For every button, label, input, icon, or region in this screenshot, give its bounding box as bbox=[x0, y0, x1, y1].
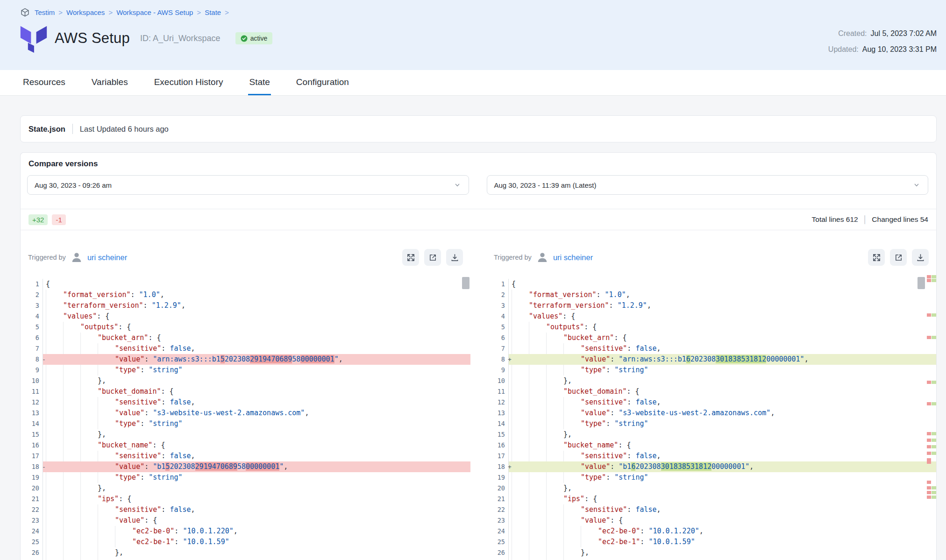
code-text: "type": [ bbox=[509, 558, 936, 560]
scrollbar-thumb[interactable] bbox=[918, 277, 925, 289]
download-icon bbox=[450, 253, 459, 262]
line-number-gutter: 23 bbox=[21, 515, 43, 526]
line-number-gutter: 19 bbox=[21, 472, 43, 483]
code-line: 15}, bbox=[21, 429, 470, 440]
divider: │ bbox=[863, 215, 868, 223]
state-last-updated: Last Updated 6 hours ago bbox=[80, 125, 169, 134]
main-content: State.json Last Updated 6 hours ago Comp… bbox=[0, 96, 946, 560]
breadcrumb-separator: > bbox=[108, 8, 113, 16]
breadcrumb-separator: > bbox=[197, 8, 201, 16]
tab-execution-history[interactable]: Execution History bbox=[153, 70, 224, 95]
chevron-down-icon bbox=[912, 181, 921, 189]
tab-variables[interactable]: Variables bbox=[91, 70, 129, 95]
line-number-gutter: 16 bbox=[486, 440, 509, 451]
code-text: "ips": { bbox=[43, 494, 470, 504]
code-line: 3"terraform_version": "1.2.9", bbox=[486, 300, 936, 311]
code-text: { bbox=[43, 279, 470, 290]
code-text: "bucket_domain": { bbox=[43, 386, 470, 397]
triggered-by-user-link[interactable]: uri scheiner bbox=[87, 253, 127, 262]
line-number-gutter: 12 bbox=[486, 397, 509, 408]
terraform-logo bbox=[20, 24, 47, 53]
code-line: 11"bucket_domain": { bbox=[21, 386, 470, 397]
line-number-gutter: 6 bbox=[486, 333, 509, 343]
code-line: 27"type": [ bbox=[486, 558, 936, 560]
line-number-gutter: 7 bbox=[21, 343, 43, 354]
code-line: 2"format_version": "1.0", bbox=[486, 290, 936, 300]
breadcrumb-link-testim[interactable]: Testim bbox=[35, 8, 55, 16]
code-line: 9"type": "string" bbox=[21, 365, 470, 376]
changed-lines: Changed lines 54 bbox=[872, 215, 928, 223]
code-text: "sensitive": false, bbox=[509, 343, 936, 354]
download-button[interactable] bbox=[912, 249, 929, 266]
line-number-gutter: 25 bbox=[21, 537, 43, 547]
tab-state[interactable]: State bbox=[248, 70, 270, 95]
line-number-gutter: 7 bbox=[486, 343, 509, 354]
version-select-left-value: Aug 30, 2023 - 09:26 am bbox=[35, 181, 112, 189]
compare-versions-title: Compare versions bbox=[28, 159, 936, 169]
code-lines: 1{2"format_version": "1.0",3"terraform_v… bbox=[21, 272, 470, 560]
code-text: "sensitive": false, bbox=[43, 504, 470, 515]
page-title: AWS Setup bbox=[55, 30, 130, 47]
page: Testim>Workspaces>Workspace - AWS Setup>… bbox=[0, 0, 946, 560]
triggered-by-user-link[interactable]: uri scheiner bbox=[553, 253, 593, 262]
breadcrumb-link-workspace-aws-setup[interactable]: Workspace - AWS Setup bbox=[116, 8, 193, 16]
code-line: 16"bucket_name": { bbox=[21, 440, 470, 451]
workspace-dates: Created:Jul 5, 2023 7:02 AM Updated:Aug … bbox=[828, 24, 937, 57]
expand-button[interactable] bbox=[868, 249, 885, 266]
code-line: 13"value": "s3-website-us-west-2.amazona… bbox=[21, 408, 470, 418]
code-text: { bbox=[509, 279, 936, 290]
download-button[interactable] bbox=[446, 249, 463, 266]
code-text: "value": "arn:aws:s3:::b1520230829194706… bbox=[43, 354, 470, 365]
code-text: "value": { bbox=[509, 515, 936, 526]
code-line: 8+"value": "arn:aws:s3:::b16202308301838… bbox=[486, 354, 936, 365]
status-text: active bbox=[250, 35, 268, 42]
version-select-left[interactable]: Aug 30, 2023 - 09:26 am bbox=[27, 175, 469, 195]
code-text: "sensitive": false, bbox=[509, 397, 936, 408]
code-text: "values": { bbox=[43, 311, 470, 322]
line-number-gutter: 23 bbox=[486, 515, 509, 526]
diff-stats-strip: +32 -1 Total lines 612│Changed lines 54 bbox=[21, 209, 936, 230]
code-line: 20}, bbox=[486, 483, 936, 494]
code-line: 10}, bbox=[21, 376, 470, 386]
code-diff-pane-left: 1{2"format_version": "1.0",3"terraform_v… bbox=[21, 272, 470, 560]
code-text: "value": "s3-website-us-west-2.amazonaws… bbox=[509, 408, 936, 418]
tab-configuration[interactable]: Configuration bbox=[295, 70, 350, 95]
code-text: }, bbox=[43, 376, 470, 386]
breadcrumb-link-state[interactable]: State bbox=[205, 8, 221, 16]
open-external-button[interactable] bbox=[890, 249, 907, 266]
user-avatar-icon bbox=[536, 251, 548, 263]
code-line: 12"sensitive": false, bbox=[486, 397, 936, 408]
scrollbar-thumb[interactable] bbox=[462, 277, 469, 289]
line-number-gutter: 2 bbox=[21, 290, 43, 300]
line-number-gutter: 21 bbox=[486, 494, 509, 504]
line-number-gutter: 4 bbox=[21, 311, 43, 322]
code-text: "type": "string" bbox=[509, 365, 936, 376]
code-lines: 1{2"format_version": "1.0",3"terraform_v… bbox=[486, 272, 936, 560]
line-number-gutter: 20 bbox=[21, 483, 43, 494]
code-line: 5"outputs": { bbox=[486, 322, 936, 333]
code-line: 21"ips": { bbox=[486, 494, 936, 504]
breadcrumb-link-workspaces[interactable]: Workspaces bbox=[66, 8, 105, 16]
tab-resources[interactable]: Resources bbox=[22, 70, 66, 95]
line-number-gutter: 26 bbox=[486, 547, 509, 558]
expand-button[interactable] bbox=[402, 249, 419, 266]
code-text: "value": { bbox=[43, 515, 470, 526]
code-line: 15}, bbox=[486, 429, 936, 440]
updated-value: Aug 10, 2023 3:31 PM bbox=[862, 45, 937, 53]
code-text: "terraform_version": "1.2.9", bbox=[43, 300, 470, 311]
code-text: "outputs": { bbox=[43, 322, 470, 333]
code-text: "ips": { bbox=[509, 494, 936, 504]
code-text: }, bbox=[509, 376, 936, 386]
code-line: 1{ bbox=[486, 279, 936, 290]
code-line: 26}, bbox=[486, 547, 936, 558]
code-text: "format_version": "1.0", bbox=[509, 290, 936, 300]
code-line: 17"sensitive": false, bbox=[486, 451, 936, 461]
version-select-right[interactable]: Aug 30, 2023 - 11:39 am (Latest) bbox=[487, 175, 929, 195]
code-line: 16"bucket_name": { bbox=[486, 440, 936, 451]
diff-marker: - bbox=[42, 354, 47, 365]
open-external-button[interactable] bbox=[424, 249, 441, 266]
line-number-gutter: 14 bbox=[21, 418, 43, 429]
code-line: 7"sensitive": false, bbox=[486, 343, 936, 354]
code-line: 1{ bbox=[21, 279, 470, 290]
code-text: "bucket_domain": { bbox=[509, 386, 936, 397]
